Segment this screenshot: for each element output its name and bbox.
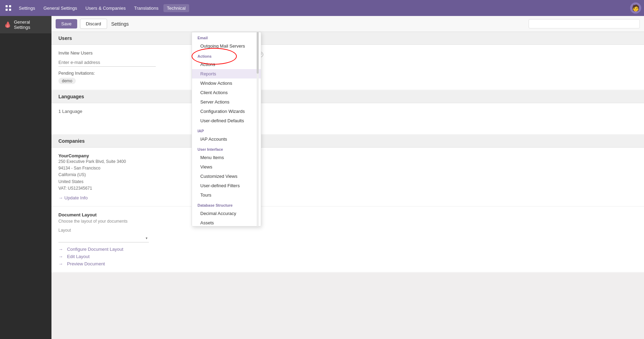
save-button[interactable]: Save [56, 19, 77, 28]
dropdown-item-assets[interactable]: Assets [192, 218, 261, 226]
active-user-row: 👥 2 Active User ? [215, 50, 637, 59]
company-count: 1 Company [215, 153, 637, 159]
navbar: Settings General Settings Users & Compan… [0, 0, 644, 16]
dropdown-item-config-wizards[interactable]: Configuration Wizards [192, 107, 261, 116]
dropdown-item-views[interactable]: Views [192, 162, 261, 172]
lang-count: 1 Language [58, 109, 197, 114]
arrow-right-icon-4: → [58, 195, 63, 200]
sidebar: General Settings [0, 16, 51, 339]
dropdown-item-outgoing-mail[interactable]: Outgoing Mail Servers [192, 41, 261, 51]
dropdown-item-actions[interactable]: Actions [192, 60, 261, 69]
document-layout-desc: Choose the layout of your documents [58, 219, 637, 224]
dropdown-section-db: Database Structure [192, 200, 261, 209]
email-field[interactable] [58, 58, 156, 67]
svg-rect-2 [6, 9, 8, 11]
dropdown-item-user-filters[interactable]: User-defined Filters [192, 181, 261, 190]
dropdown-item-server-actions[interactable]: Server Actions [192, 97, 261, 107]
navbar-item-users-companies[interactable]: Users & Companies [82, 4, 129, 12]
technical-dropdown: Email Outgoing Mail Servers Actions Acti… [192, 32, 261, 226]
navbar-item-technical[interactable]: Technical [163, 4, 189, 12]
discard-button[interactable]: Discard [80, 19, 107, 29]
sidebar-item-label: General Settings [14, 19, 47, 30]
avatar[interactable]: 🧑 [630, 2, 641, 14]
edit-layout-link[interactable]: → Edit Layout [58, 254, 637, 259]
languages-section-header: Languages [51, 90, 644, 103]
companies-section-header: Companies [51, 135, 644, 148]
dropdown-item-iap-accounts[interactable]: IAP Accounts [192, 134, 261, 144]
navbar-item-settings[interactable]: Settings [15, 4, 39, 12]
layout-select-wrapper: ▾ [58, 234, 149, 242]
dropdown-section-ui: User Interface [192, 144, 261, 153]
dropdown-item-tours[interactable]: Tours [192, 190, 261, 200]
companies-right: 1 Company → Manage Companies [204, 153, 637, 200]
arrow-right-icon-6: → [58, 247, 63, 252]
languages-section: Languages 1 Language → Add Languages → [51, 90, 644, 134]
languages-section-body: 1 Language → Add Languages → Manage Lang… [51, 103, 644, 134]
dropdown-section-iap: IAP [192, 125, 261, 134]
svg-rect-1 [9, 5, 11, 7]
layout-label: Layout [58, 228, 637, 233]
invite-label: Invite New Users [58, 50, 197, 56]
companies-section-body: YourCompany 250 Executive Park Blvd, Sui… [51, 148, 644, 206]
company-name: YourCompany [58, 153, 197, 158]
grid-icon[interactable] [3, 2, 14, 14]
dropdown-scrollbar[interactable] [257, 32, 259, 226]
configure-document-layout-link[interactable]: → Configure Document Layout [58, 247, 637, 252]
document-layout-title: Document Layout [58, 212, 637, 217]
dropdown-section-actions: Actions [192, 51, 261, 60]
languages-right: → Add Languages → Manage Languages [204, 109, 637, 129]
navbar-item-translations[interactable]: Translations [130, 4, 162, 12]
users-section-body: Invite New Users Pending Invitations: de… [51, 45, 644, 90]
fire-icon [4, 21, 11, 28]
arrow-right-icon-8: → [58, 261, 63, 266]
update-info-link[interactable]: → Update Info [58, 195, 197, 200]
users-left: Invite New Users Pending Invitations: de… [58, 50, 204, 84]
dropdown-item-client-actions[interactable]: Client Actions [192, 88, 261, 97]
svg-rect-0 [6, 5, 8, 7]
layout-select[interactable] [58, 234, 149, 242]
toolbar: Save Discard Settings [51, 16, 644, 32]
app-body: General Settings Save Discard Settings U… [0, 16, 644, 339]
companies-section: Companies YourCompany 250 Executive Park… [51, 135, 644, 206]
users-right: 👥 2 Active User ? → Manage Users [204, 50, 637, 84]
document-layout-body: Document Layout Choose the layout of you… [51, 207, 644, 272]
dropdown-item-reports[interactable]: Reports [192, 69, 261, 78]
languages-left: 1 Language [58, 109, 204, 129]
sidebar-item-general-settings[interactable]: General Settings [0, 16, 51, 33]
add-languages-link[interactable]: → Add Languages [215, 109, 637, 114]
dropdown-item-decimal-accuracy[interactable]: Decimal Accuracy [192, 209, 261, 218]
pending-label: Pending Invitations: [58, 71, 197, 76]
toolbar-title: Settings [111, 21, 129, 27]
manage-companies-link[interactable]: → Manage Companies [215, 162, 637, 167]
manage-languages-link[interactable]: → Manage Languages [215, 123, 637, 129]
document-layout-section: Document Layout Choose the layout of you… [51, 207, 644, 272]
users-section: Users Invite New Users Pending Invitatio… [51, 32, 644, 90]
companies-left: YourCompany 250 Executive Park Blvd, Sui… [58, 153, 204, 200]
users-section-header: Users [51, 32, 644, 45]
arrow-right-icon-7: → [58, 254, 63, 259]
preview-document-link[interactable]: → Preview Document [58, 261, 637, 266]
dropdown-section-email: Email [192, 32, 261, 41]
dropdown-item-menu-items[interactable]: Menu Items [192, 153, 261, 162]
company-address: 250 Executive Park Blvd, Suite 3400 9413… [58, 158, 197, 192]
search-input[interactable] [529, 19, 640, 28]
navbar-item-general-settings[interactable]: General Settings [40, 4, 81, 12]
main-content: Users Invite New Users Pending Invitatio… [51, 32, 644, 273]
dropdown-item-window-actions[interactable]: Window Actions [192, 78, 261, 88]
svg-rect-3 [9, 9, 11, 11]
manage-users-link[interactable]: → Manage Users [215, 61, 637, 67]
dropdown-item-user-defaults[interactable]: User-defined Defaults [192, 116, 261, 125]
dropdown-item-customized-views[interactable]: Customized Views [192, 172, 261, 181]
pending-tag: demo [58, 78, 76, 84]
